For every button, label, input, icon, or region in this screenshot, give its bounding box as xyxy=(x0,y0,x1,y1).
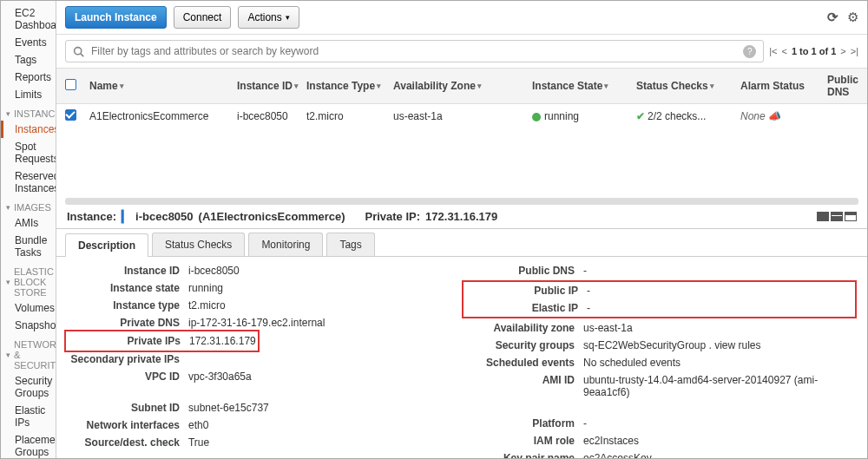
sidebar-group[interactable]: ELASTIC BLOCK STORE xyxy=(1,261,56,299)
chevron-down-icon: ▾ xyxy=(286,13,290,22)
kv-value: ec2Instaces xyxy=(583,435,857,447)
sidebar-item[interactable]: Limits xyxy=(1,86,56,103)
col-public-dns[interactable]: Public DNS xyxy=(827,74,858,98)
kv-value: True xyxy=(188,436,462,449)
kv-row: Secondary private IPs xyxy=(67,351,462,368)
kv-key: Public DNS xyxy=(462,265,583,277)
cell-status-checks: ✔2/2 checks... xyxy=(636,110,740,122)
kv-row: AMI IDubuntu-trusty-14.04-amd64-server-2… xyxy=(462,371,857,401)
search-row: ? |< < 1 to 1 of 1 > >| xyxy=(56,35,867,68)
sidebar-item[interactable]: Tags xyxy=(1,51,56,69)
kv-key: IAM role xyxy=(462,435,583,447)
sidebar-group[interactable]: NETWORK & SECURITY xyxy=(1,334,56,372)
cell-availability-zone: us-east-1a xyxy=(393,110,532,122)
pager-next[interactable]: > xyxy=(840,46,845,56)
kv-value: - xyxy=(587,302,853,314)
detail-nameparen: (A1ElectronicsEcommerce) xyxy=(199,210,345,223)
layout-full-icon[interactable] xyxy=(817,212,829,221)
kv-key: Key pair name xyxy=(462,452,583,458)
sidebar-item[interactable]: Volumes xyxy=(1,299,56,317)
kv-value[interactable]: eth0 xyxy=(188,419,462,431)
sidebar: EC2 DashboardEventsTagsReportsLimits INS… xyxy=(1,1,56,458)
sidebar-group[interactable]: INSTANCES xyxy=(1,103,56,121)
col-instance-id[interactable]: Instance ID▾ xyxy=(237,80,306,92)
kv-row: Public DNS- xyxy=(462,262,857,279)
kv-value[interactable]: ubuntu-trusty-14.04-amd64-server-2014092… xyxy=(583,374,857,398)
sidebar-item[interactable]: Snapshots xyxy=(1,317,56,334)
sidebar-item[interactable]: Elastic IPs xyxy=(1,402,56,431)
sidebar-item[interactable]: Security Groups xyxy=(1,372,56,402)
kv-value: ip-172-31-16-179.ec2.internal xyxy=(188,317,462,329)
kv-key: Secondary private IPs xyxy=(67,353,188,365)
layout-split-icon[interactable] xyxy=(831,212,843,221)
sidebar-item[interactable]: EC2 Dashboard xyxy=(1,4,56,34)
sidebar-item[interactable]: Events xyxy=(1,34,56,51)
sidebar-item[interactable]: Spot Requests xyxy=(1,138,56,167)
kv-key: Elastic IP xyxy=(465,302,587,314)
kv-value: - xyxy=(583,265,857,277)
kv-value: - xyxy=(587,285,853,297)
pager-last[interactable]: >| xyxy=(851,46,858,56)
sidebar-item[interactable]: Reports xyxy=(1,69,56,86)
pager-range: 1 to 1 of 1 xyxy=(792,46,836,56)
kv-key: Public IP xyxy=(465,285,587,297)
tab-description[interactable]: Description xyxy=(65,233,148,257)
actions-button[interactable]: Actions ▾ xyxy=(238,6,299,29)
kv-row: Security groupssq-EC2WebSecurityGroup . … xyxy=(462,337,857,354)
sidebar-group[interactable]: IMAGES xyxy=(1,197,56,214)
pager-prev[interactable]: < xyxy=(782,46,787,56)
connect-button[interactable]: Connect xyxy=(174,6,232,29)
col-instance-state[interactable]: Instance State▾ xyxy=(532,80,636,92)
svg-point-0 xyxy=(75,47,82,54)
refresh-icon[interactable]: ⟳ xyxy=(827,10,838,25)
kv-row: Public IP- xyxy=(465,282,853,299)
kv-value: vpc-3f30a65a xyxy=(188,370,462,383)
toolbar: Launch Instance Connect Actions ▾ ⟳ ⚙ xyxy=(56,1,867,35)
search-input[interactable] xyxy=(89,44,738,58)
kv-key: Source/dest. check xyxy=(67,436,188,449)
search-box[interactable]: ? xyxy=(65,40,764,62)
sidebar-item[interactable]: Placement Groups xyxy=(1,431,56,458)
kv-row: Availability zoneus-east-1a xyxy=(462,319,857,337)
kv-key: Network interfaces xyxy=(67,419,188,431)
kv-key: Instance state xyxy=(67,282,188,294)
kv-value: - xyxy=(583,417,857,429)
tab-status-checks[interactable]: Status Checks xyxy=(152,233,245,256)
sidebar-item[interactable]: Instances xyxy=(1,121,56,138)
col-status-checks[interactable]: Status Checks▾ xyxy=(636,80,740,92)
actions-label: Actions xyxy=(247,11,281,23)
kv-row: IAM roleec2Instaces xyxy=(462,432,857,449)
detail-id[interactable]: i-bcec8050 xyxy=(135,210,194,223)
kv-value[interactable]: sq-EC2WebSecurityGroup . view rules xyxy=(583,339,857,351)
tab-tags[interactable]: Tags xyxy=(326,233,374,256)
kv-row: Elastic IP- xyxy=(465,299,853,317)
detail-body: Instance IDi-bcec8050Instance staterunni… xyxy=(56,257,867,458)
alarm-icon[interactable]: 📣 xyxy=(768,110,781,122)
tabs: Description Status Checks Monitoring Tag… xyxy=(56,229,867,257)
col-instance-type[interactable]: Instance Type▾ xyxy=(306,80,393,92)
svg-line-1 xyxy=(81,53,83,56)
gear-icon[interactable]: ⚙ xyxy=(847,10,858,25)
table-row[interactable]: A1ElectronicsEcommerce i-bcec8050 t2.mic… xyxy=(56,104,867,128)
pager-first[interactable]: |< xyxy=(769,46,777,56)
col-name[interactable]: Name▾ xyxy=(89,80,237,92)
col-availability-zone[interactable]: Availability Zone▾ xyxy=(393,80,532,92)
kv-value[interactable]: No scheduled events xyxy=(583,357,857,369)
layout-min-icon[interactable] xyxy=(845,212,857,221)
select-all-checkbox[interactable] xyxy=(65,79,76,90)
row-checkbox[interactable] xyxy=(65,109,76,121)
sidebar-item[interactable]: Reserved Instances xyxy=(1,167,56,197)
kv-key: VPC ID xyxy=(67,370,188,383)
sidebar-item[interactable]: Bundle Tasks xyxy=(1,232,56,261)
kv-row: Instance staterunning xyxy=(67,279,462,297)
col-alarm-status[interactable]: Alarm Status xyxy=(740,80,827,92)
kv-row: VPC IDvpc-3f30a65a xyxy=(67,368,462,385)
tab-monitoring[interactable]: Monitoring xyxy=(248,233,323,256)
help-icon[interactable]: ? xyxy=(743,45,756,58)
search-icon xyxy=(73,46,84,57)
launch-instance-button[interactable]: Launch Instance xyxy=(65,6,167,29)
detail-sel: ▎ xyxy=(122,210,130,223)
kv-value: t2.micro xyxy=(188,299,462,311)
divider[interactable] xyxy=(65,198,858,205)
sidebar-item[interactable]: AMIs xyxy=(1,214,56,232)
